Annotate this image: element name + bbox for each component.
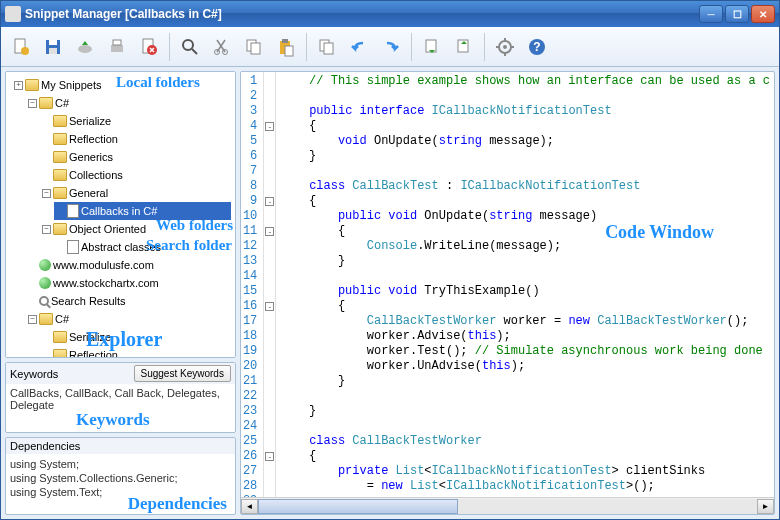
content-area: +My Snippets−C#SerializeReflectionGeneri… <box>1 67 779 519</box>
web-folder-icon <box>39 259 51 271</box>
toolbar-separator <box>169 33 170 61</box>
save-button[interactable] <box>39 33 67 61</box>
code-line: public void TryThisExample() <box>280 284 770 299</box>
redo-button[interactable] <box>377 33 405 61</box>
print-button[interactable] <box>103 33 131 61</box>
svg-rect-6 <box>111 45 123 52</box>
line-number: 13 <box>243 254 257 269</box>
expander-icon[interactable]: − <box>42 225 51 234</box>
tree-node-selected[interactable]: Callbacks in C# <box>54 202 231 220</box>
sync-button[interactable] <box>450 33 478 61</box>
help-icon: ? <box>527 37 547 57</box>
tree-node[interactable]: −Object Oriented <box>40 220 231 238</box>
paste-button[interactable] <box>272 33 300 61</box>
copy2-button[interactable] <box>313 33 341 61</box>
line-number: 7 <box>243 164 257 179</box>
line-number: 19 <box>243 344 257 359</box>
tree-node[interactable]: Reflection <box>40 130 231 148</box>
close-button[interactable]: ✕ <box>751 5 775 23</box>
expander-icon[interactable]: − <box>28 99 37 108</box>
line-number: 12 <box>243 239 257 254</box>
code-line: worker.Advise(this); <box>280 329 770 344</box>
tree-node-label: Serialize <box>69 113 111 129</box>
app-window: Snippet Manager [Callbacks in C#] ─ ☐ ✕ … <box>0 0 780 520</box>
expander-icon[interactable]: + <box>14 81 23 90</box>
svg-rect-15 <box>251 43 260 54</box>
folder-icon <box>39 97 53 109</box>
refresh-button[interactable] <box>418 33 446 61</box>
fold-toggle[interactable]: - <box>265 197 274 206</box>
tree-node[interactable]: Serialize <box>40 328 231 346</box>
code-area[interactable]: 1234567891011121314151617181920212223242… <box>241 72 774 497</box>
fold-toggle[interactable]: - <box>265 302 274 311</box>
tree-node[interactable]: Search Results <box>26 292 231 310</box>
code-line: class CallBackTestWorker <box>280 434 770 449</box>
scroll-right-button[interactable]: ► <box>757 499 774 514</box>
keywords-text[interactable]: CallBacks, CallBack, Call Back, Delegate… <box>10 387 231 411</box>
tree-node[interactable]: −C# <box>26 94 231 112</box>
fold-toggle[interactable]: - <box>265 227 274 236</box>
undo-button[interactable] <box>345 33 373 61</box>
tree-node[interactable]: Abstract classes <box>54 238 231 256</box>
settings-button[interactable] <box>491 33 519 61</box>
code-line: worker.Test(); // Simulate asynchronous … <box>280 344 770 359</box>
line-number: 21 <box>243 374 257 389</box>
svg-line-11 <box>192 49 197 54</box>
suggest-keywords-button[interactable]: Suggest Keywords <box>134 365 231 382</box>
code-line: class CallBackTest : ICallbackNotificati… <box>280 179 770 194</box>
code-line: CallBackTestWorker worker = new CallBack… <box>280 314 770 329</box>
svg-text:?: ? <box>533 40 540 54</box>
window-title: Snippet Manager [Callbacks in C#] <box>25 7 699 21</box>
search-icon <box>39 296 49 306</box>
tree-node[interactable]: Generics <box>40 148 231 166</box>
annot-keywords: Keywords <box>76 410 150 430</box>
search-button[interactable] <box>176 33 204 61</box>
delete-button[interactable] <box>135 33 163 61</box>
expander-icon[interactable]: − <box>28 315 37 324</box>
tree-node[interactable]: Collections <box>40 166 231 184</box>
left-column: +My Snippets−C#SerializeReflectionGeneri… <box>5 71 236 515</box>
line-number: 20 <box>243 359 257 374</box>
tree-node-label: www.modulusfe.com <box>53 257 154 273</box>
fold-toggle[interactable]: - <box>265 452 274 461</box>
svg-rect-7 <box>113 40 121 45</box>
line-number: 28 <box>243 479 257 494</box>
dependencies-text[interactable]: using System;using System.Collections.Ge… <box>10 457 231 499</box>
cloud-up-button[interactable] <box>71 33 99 61</box>
expander-icon[interactable]: − <box>42 189 51 198</box>
horizontal-scrollbar[interactable]: ◄ ► <box>241 497 774 514</box>
help-button[interactable]: ? <box>523 33 551 61</box>
code-line <box>280 389 770 404</box>
code-line: { <box>280 194 770 209</box>
code-text[interactable]: // This simple example shows how an inte… <box>276 72 774 497</box>
settings-icon <box>495 37 515 57</box>
new-file-icon <box>11 37 31 57</box>
snippet-tree[interactable]: +My Snippets−C#SerializeReflectionGeneri… <box>10 76 231 358</box>
folder-icon <box>53 331 67 343</box>
code-line: } <box>280 374 770 389</box>
tree-node[interactable]: www.modulusfe.com <box>26 256 231 274</box>
code-line: Console.WriteLine(message); <box>280 239 770 254</box>
code-line: } <box>280 254 770 269</box>
cut-button[interactable] <box>208 33 236 61</box>
tree-node[interactable]: −C# <box>26 310 231 328</box>
line-number: 5 <box>243 134 257 149</box>
scroll-left-button[interactable]: ◄ <box>241 499 258 514</box>
app-icon <box>5 6 21 22</box>
line-number: 9 <box>243 194 257 209</box>
minimize-button[interactable]: ─ <box>699 5 723 23</box>
fold-gutter[interactable]: ----- <box>264 72 276 497</box>
tree-node[interactable]: +My Snippets <box>12 76 231 94</box>
tree-node-label: Generics <box>69 149 113 165</box>
line-number: 18 <box>243 329 257 344</box>
fold-toggle[interactable]: - <box>265 122 274 131</box>
tree-node[interactable]: www.stockchartx.com <box>26 274 231 292</box>
new-file-button[interactable] <box>7 33 35 61</box>
scroll-thumb[interactable] <box>258 499 458 514</box>
tree-node[interactable]: −General <box>40 184 231 202</box>
maximize-button[interactable]: ☐ <box>725 5 749 23</box>
copy-button[interactable] <box>240 33 268 61</box>
tree-node[interactable]: Serialize <box>40 112 231 130</box>
keywords-panel: Keywords Suggest Keywords CallBacks, Cal… <box>5 362 236 433</box>
tree-node[interactable]: Reflection <box>40 346 231 358</box>
